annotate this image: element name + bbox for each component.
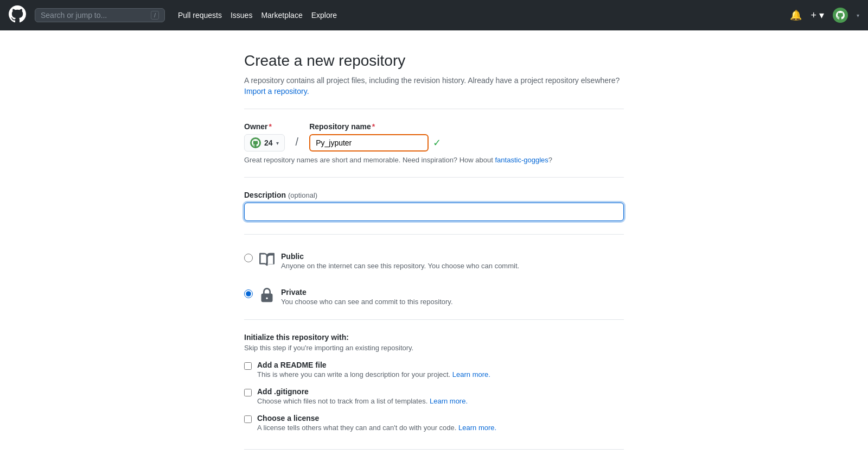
license-learn-link[interactable]: Learn more.	[458, 424, 496, 432]
gitignore-title: Add .gitignore	[257, 387, 468, 396]
github-logo[interactable]	[9, 5, 26, 26]
license-checkbox[interactable]	[244, 415, 252, 423]
public-desc: Anyone on the internet can see this repo…	[281, 262, 519, 270]
book-icon	[259, 252, 275, 270]
repo-name-input[interactable]	[309, 134, 429, 152]
main-content: Create a new repository A repository con…	[0, 30, 868, 454]
init-subtitle: Skip this step if you're importing an ex…	[244, 344, 624, 352]
repo-name-hint: Great repository names are short and mem…	[244, 156, 624, 164]
private-radio[interactable]	[244, 289, 253, 298]
page-title: Create a new repository	[244, 52, 624, 70]
slash-separator: /	[296, 136, 299, 152]
gitignore-details: Add .gitignore Choose which files not to…	[257, 387, 468, 405]
nav-marketplace[interactable]: Marketplace	[261, 11, 302, 20]
gitignore-option: Add .gitignore Choose which files not to…	[244, 387, 624, 405]
user-avatar[interactable]	[833, 8, 848, 23]
owner-select[interactable]: 24 ▾	[244, 134, 285, 152]
public-radio[interactable]	[244, 254, 253, 262]
avatar-chevron: ▾	[857, 12, 859, 18]
init-section: Initialize this repository with: Skip th…	[244, 319, 624, 432]
gitignore-desc: Choose which files not to track from a l…	[257, 397, 468, 405]
visibility-options: Public Anyone on the internet can see th…	[244, 248, 624, 311]
nav-issues[interactable]: Issues	[231, 11, 252, 20]
search-input[interactable]	[41, 11, 146, 20]
readme-checkbox[interactable]	[244, 362, 252, 370]
owner-avatar-icon	[250, 137, 261, 148]
lock-icon	[259, 288, 275, 306]
import-link[interactable]: Import a repository.	[244, 87, 309, 96]
create-btn-wrapper: Create repository	[244, 449, 624, 454]
readme-details: Add a README file This is where you can …	[257, 361, 490, 379]
readme-desc: This is where you can write a long descr…	[257, 370, 490, 379]
private-title: Private	[281, 288, 453, 297]
gitignore-learn-link[interactable]: Learn more.	[430, 397, 468, 405]
license-desc: A license tells others what they can and…	[257, 424, 496, 432]
owner-label: Owner*	[244, 122, 285, 131]
repo-name-group: Repository name* ✓	[309, 122, 441, 152]
divider-3	[244, 234, 624, 235]
private-details: Private You choose who can see and commi…	[281, 288, 453, 306]
license-title: Choose a license	[257, 414, 496, 423]
public-title: Public	[281, 252, 519, 261]
public-details: Public Anyone on the internet can see th…	[281, 252, 519, 270]
search-kbd: /	[151, 11, 159, 20]
owner-name: 24	[264, 138, 273, 147]
description-label: Description (optional)	[244, 191, 624, 199]
license-details: Choose a license A license tells others …	[257, 414, 496, 432]
readme-learn-link[interactable]: Learn more.	[452, 370, 490, 379]
search-box[interactable]: /	[35, 8, 165, 22]
nav-pull-requests[interactable]: Pull requests	[178, 11, 222, 20]
private-desc: You choose who can see and commit to thi…	[281, 298, 453, 306]
notifications-button[interactable]: 🔔	[790, 9, 802, 21]
gitignore-checkbox[interactable]	[244, 389, 252, 396]
init-title: Initialize this repository with:	[244, 333, 624, 342]
readme-option: Add a README file This is where you can …	[244, 361, 624, 379]
owner-group: Owner* 24 ▾	[244, 122, 285, 152]
owner-repo-row: Owner* 24 ▾ / Repository name*	[244, 122, 624, 152]
owner-chevron-icon: ▾	[276, 140, 279, 146]
nav-explore[interactable]: Explore	[311, 11, 337, 20]
page-container: Create a new repository A repository con…	[233, 52, 635, 454]
section-divider	[244, 109, 624, 109]
new-button[interactable]: + ▾	[810, 9, 824, 21]
description-input[interactable]	[244, 203, 624, 221]
description-group: Description (optional)	[244, 191, 624, 221]
hint-repo-link[interactable]: fantastic-goggles	[495, 156, 548, 164]
navbar: / Pull requests Issues Marketplace Explo…	[0, 0, 868, 30]
repo-name-valid-icon: ✓	[433, 137, 441, 149]
nav-icons: 🔔 + ▾ ▾	[790, 8, 859, 23]
repo-name-wrapper: ✓	[309, 134, 441, 152]
nav-links: Pull requests Issues Marketplace Explore	[178, 11, 337, 20]
page-subtitle: A repository contains all project files,…	[244, 76, 624, 85]
license-option: Choose a license A license tells others …	[244, 414, 624, 432]
divider-2	[244, 177, 624, 178]
private-option: Private You choose who can see and commi…	[244, 283, 624, 311]
readme-title: Add a README file	[257, 361, 490, 369]
public-option: Public Anyone on the internet can see th…	[244, 248, 624, 275]
repo-name-label: Repository name*	[309, 122, 441, 131]
